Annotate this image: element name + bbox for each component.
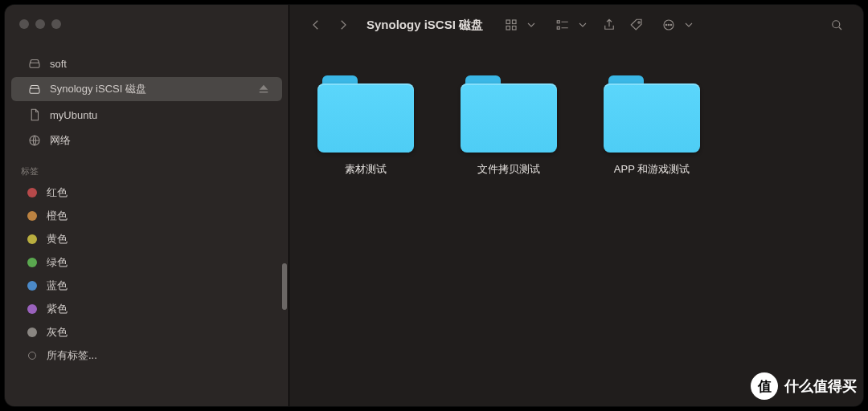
sidebar-all-tags[interactable]: 所有标签... xyxy=(11,344,282,367)
tag-dot-icon xyxy=(27,304,37,314)
folder-app-game-test[interactable]: APP 和游戏测试 xyxy=(600,75,704,177)
tag-label: 橙色 xyxy=(47,209,68,223)
svg-rect-7 xyxy=(557,26,559,29)
window-title: Synology iSCSI 磁盘 xyxy=(366,18,483,33)
tag-dot-icon xyxy=(27,188,37,197)
view-mode-group xyxy=(499,14,538,36)
svg-rect-4 xyxy=(506,26,510,31)
tag-gray[interactable]: 灰色 xyxy=(11,321,282,344)
sidebar-item-myubuntu[interactable]: myUbuntu xyxy=(11,103,282,127)
svg-rect-6 xyxy=(557,21,559,23)
svg-rect-3 xyxy=(513,20,517,24)
tag-label: 黄色 xyxy=(47,232,68,246)
back-button[interactable] xyxy=(304,14,328,36)
svg-point-11 xyxy=(668,24,669,26)
close-light[interactable] xyxy=(19,19,29,29)
forward-button[interactable] xyxy=(331,14,355,36)
disk-icon xyxy=(27,82,42,96)
finder-window: soft Synology iSCSI 磁盘 myUbuntu 网络 标签 红色 xyxy=(5,5,863,406)
folder-label: 素材测试 xyxy=(345,162,387,177)
globe-icon xyxy=(27,133,42,148)
document-icon xyxy=(27,108,42,122)
tag-dot-icon xyxy=(27,211,37,221)
tag-blue[interactable]: 蓝色 xyxy=(11,275,282,297)
folder-label: 文件拷贝测试 xyxy=(477,162,540,177)
toolbar: Synology iSCSI 磁盘 xyxy=(289,5,863,45)
sidebar-item-synology-iscsi[interactable]: Synology iSCSI 磁盘 xyxy=(11,77,282,101)
svg-point-1 xyxy=(29,352,36,360)
tag-label: 紫色 xyxy=(47,302,68,316)
svg-rect-5 xyxy=(513,26,517,31)
svg-point-12 xyxy=(670,24,672,26)
tags-button[interactable] xyxy=(624,14,649,36)
folder-copy-test[interactable]: 文件拷贝测试 xyxy=(457,75,561,177)
watermark: 值 什么值得买 xyxy=(751,372,857,400)
share-button[interactable] xyxy=(597,14,621,36)
tag-green[interactable]: 绿色 xyxy=(11,251,282,274)
tag-label: 蓝色 xyxy=(47,279,68,293)
svg-point-10 xyxy=(665,24,667,26)
tag-dot-icon xyxy=(27,258,37,267)
group-by-group xyxy=(551,14,589,36)
folder-sucai-test[interactable]: 素材测试 xyxy=(313,75,418,177)
folder-icon xyxy=(604,75,700,153)
sidebar-item-label: 网络 xyxy=(50,133,71,148)
all-tags-icon xyxy=(27,351,37,360)
sidebar-item-label: soft xyxy=(50,58,67,70)
main-pane: Synology iSCSI 磁盘 素材测试 xyxy=(289,5,863,406)
tag-dot-icon xyxy=(27,234,37,244)
eject-icon[interactable] xyxy=(256,82,271,96)
tag-dot-icon xyxy=(27,281,37,291)
disk-icon xyxy=(27,56,42,71)
svg-point-8 xyxy=(638,22,640,23)
sidebar-item-soft[interactable]: soft xyxy=(11,51,282,75)
tag-dot-icon xyxy=(27,328,37,337)
grid-view-button[interactable] xyxy=(499,14,523,36)
svg-rect-2 xyxy=(506,20,510,24)
sidebar-item-label: myUbuntu xyxy=(50,109,97,121)
folder-content: 素材测试 文件拷贝测试 APP 和游戏测试 xyxy=(289,45,863,406)
search-button[interactable] xyxy=(825,14,849,36)
actions-chevron[interactable] xyxy=(682,14,695,36)
group-by-chevron[interactable] xyxy=(576,14,589,36)
tag-yellow[interactable]: 黄色 xyxy=(11,228,282,250)
actions-group xyxy=(657,14,695,36)
sidebar: soft Synology iSCSI 磁盘 myUbuntu 网络 标签 红色 xyxy=(5,5,289,406)
tag-purple[interactable]: 紫色 xyxy=(11,298,282,320)
window-traffic-lights xyxy=(5,19,289,29)
tag-label: 绿色 xyxy=(47,255,68,270)
watermark-text: 什么值得买 xyxy=(784,376,857,396)
svg-point-13 xyxy=(833,21,840,28)
sidebar-item-network[interactable]: 网络 xyxy=(11,128,282,153)
sidebar-item-label: Synology iSCSI 磁盘 xyxy=(50,82,146,96)
all-tags-label: 所有标签... xyxy=(47,348,97,363)
minimize-light[interactable] xyxy=(35,19,45,29)
tag-orange[interactable]: 橙色 xyxy=(11,205,282,227)
tag-label: 红色 xyxy=(47,185,68,200)
actions-button[interactable] xyxy=(657,14,681,36)
zoom-light[interactable] xyxy=(51,19,61,29)
folder-icon xyxy=(461,75,557,153)
tag-red[interactable]: 红色 xyxy=(11,181,282,204)
tag-label: 灰色 xyxy=(47,325,68,340)
group-by-button[interactable] xyxy=(551,14,575,36)
sidebar-section-tags: 标签 xyxy=(5,154,289,181)
watermark-badge: 值 xyxy=(751,372,778,400)
folder-icon xyxy=(317,75,414,153)
sidebar-scrollbar[interactable] xyxy=(282,263,287,310)
folder-label: APP 和游戏测试 xyxy=(614,162,690,177)
view-mode-chevron[interactable] xyxy=(525,14,538,36)
